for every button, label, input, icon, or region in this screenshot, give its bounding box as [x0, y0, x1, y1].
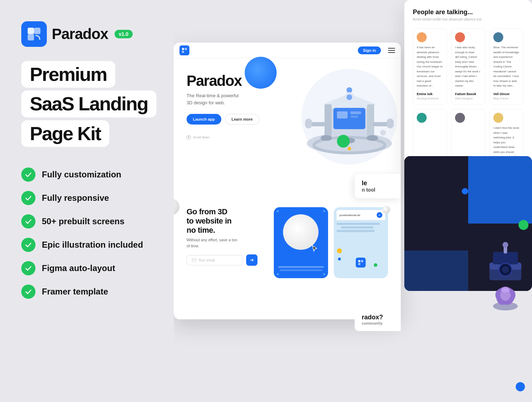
feature-label-5: Framer template: [42, 287, 108, 297]
svg-rect-27: [358, 260, 360, 262]
hamburger-menu[interactable]: [388, 48, 395, 53]
card-light: yourdomaincall.net +: [334, 207, 388, 278]
check-icon-0: [21, 167, 35, 182]
feature-item-3: Epic illustration included: [21, 238, 177, 252]
testimonial-avatar-1: [455, 32, 465, 42]
testimonials-title: People are talking...: [413, 9, 523, 16]
logo-row: Paradox v1.0: [21, 21, 177, 47]
card-browser-bar: yourdomaincall.net +: [337, 210, 385, 220]
check-icon-5: [21, 285, 35, 299]
testimonial-text-1: I was also lucky enough to read @Coding_…: [455, 46, 480, 87]
deco-green-small: [519, 220, 528, 230]
svg-rect-0: [28, 28, 34, 34]
card-url-text: yourdomaincall.net: [339, 214, 375, 216]
card-plus-button: +: [377, 212, 382, 218]
feature-item-5: Framer template: [21, 285, 177, 299]
landing-hero-subtitle: The Real-time & powerful3D design for we…: [187, 92, 279, 106]
blue-orb-decoration: [245, 57, 277, 89]
main-preview: Sign in Paradox The Real-time & powerful…: [174, 0, 532, 402]
right-edge-line1: le: [362, 180, 394, 187]
logo-name: Paradox: [52, 26, 108, 43]
testimonials-panel: People are talking... Amet minim mollit …: [404, 0, 532, 177]
svg-point-38: [501, 288, 510, 292]
deco-blue-small: [462, 188, 468, 194]
testimonial-card-0: It has been an absolute pleasure dealing…: [413, 28, 447, 105]
testimonial-avatar-4: [455, 113, 465, 123]
dark-panel: [404, 156, 532, 291]
testimonial-role-0: Nursing Assistant: [417, 97, 443, 101]
testimonials-grid: It has been an absolute pleasure dealing…: [413, 28, 523, 177]
green-orb-decoration: [337, 135, 350, 148]
svg-rect-32: [493, 252, 518, 264]
feature-label-1: Fully responsive: [42, 193, 109, 203]
svg-point-22: [347, 94, 352, 100]
hero-line-1: Premium: [21, 61, 115, 88]
feature-label-4: Figma auto-layout: [42, 263, 115, 273]
svg-rect-12: [350, 111, 361, 114]
svg-rect-13: [350, 116, 358, 118]
right-edge-partial-text: le n tool: [355, 174, 401, 198]
svg-rect-15: [305, 119, 312, 128]
svg-rect-4: [185, 48, 187, 50]
partial-radox-text: radox? community: [355, 308, 401, 331]
hero-line-3: Page Kit: [21, 120, 109, 147]
deco-white-small: [382, 206, 390, 214]
testimonials-subtitle: Amet minim mollit non deserunt ullamco e…: [413, 17, 523, 21]
card-green-dot: [374, 263, 377, 267]
scroll-hint: Scroll down: [187, 135, 279, 139]
feature-label-0: Fully customization: [42, 170, 121, 180]
feature-item-4: Figma auto-layout: [21, 261, 177, 275]
deco-yellow-small: [337, 248, 342, 253]
testimonial-avatar-5: [493, 113, 503, 123]
learn-more-button[interactable]: Learn more: [225, 114, 260, 125]
svg-rect-29: [358, 263, 360, 265]
logo-icon: [21, 21, 47, 47]
svg-point-34: [502, 266, 509, 273]
email-submit-button[interactable]: [246, 254, 257, 266]
features-list: Fully customization Fully responsive 50+…: [21, 167, 177, 299]
browser-nav: Sign in: [174, 43, 401, 58]
svg-rect-28: [361, 260, 363, 262]
svg-rect-2: [28, 34, 34, 40]
testimonial-role-1: Web Designer: [455, 97, 481, 101]
testimonial-name-1: Fattum Basok: [455, 92, 481, 97]
testimonial-text-2: Wow. The immense wealth of knowledge and…: [493, 46, 519, 87]
svg-point-23: [321, 135, 332, 141]
email-input-display[interactable]: Your email: [187, 255, 243, 265]
bottom-cta-title: Go from 3Dto website inno time.: [187, 207, 268, 235]
sign-in-button[interactable]: Sign in: [358, 46, 381, 54]
check-icon-4: [21, 261, 35, 275]
testimonial-avatar-0: [417, 32, 427, 42]
check-icon-2: [21, 214, 35, 228]
feature-item-0: Fully customization: [21, 167, 177, 182]
left-panel: Paradox v1.0 Premium SaaS Landing Page K…: [0, 0, 199, 402]
svg-rect-9: [367, 104, 374, 140]
card-logo-small: [356, 258, 366, 268]
check-icon-3: [21, 238, 35, 252]
svg-rect-3: [182, 48, 184, 50]
svg-rect-11: [337, 111, 348, 119]
browser-logo-icon: [179, 45, 189, 55]
check-icon-1: [21, 191, 35, 205]
testimonial-text-0: It has been an absolute pleasure dealing…: [417, 46, 443, 87]
launch-app-button[interactable]: Launch app: [187, 114, 221, 125]
svg-rect-17: [387, 119, 394, 128]
svg-point-24: [367, 135, 378, 141]
svg-point-19: [347, 87, 352, 93]
testimonial-card-1: I was also lucky enough to read @Coding_…: [451, 28, 485, 105]
svg-rect-5: [182, 51, 184, 53]
svg-rect-1: [34, 28, 40, 34]
svg-rect-8: [325, 104, 332, 140]
feature-item-1: Fully responsive: [21, 191, 177, 205]
testimonial-avatar-3: [417, 113, 427, 123]
testimonial-role-2: Blog Trainer: [493, 97, 520, 101]
radox-line2: community: [362, 321, 394, 325]
deco-blue-bottom: [516, 382, 525, 391]
feature-item-2: 50+ prebuilt screens: [21, 214, 177, 228]
testimonial-card-2: Wow. The immense wealth of knowledge and…: [489, 28, 523, 105]
hero-title: Premium SaaS Landing Page Kit: [21, 61, 177, 150]
testimonial-name-2: Veli Dincer: [493, 92, 520, 97]
purple-3d-shape: [489, 281, 521, 313]
cta-buttons: Launch app Learn more: [187, 114, 279, 125]
bottom-cta-subtitle: Without any effort, save a tonof time.: [187, 237, 268, 249]
